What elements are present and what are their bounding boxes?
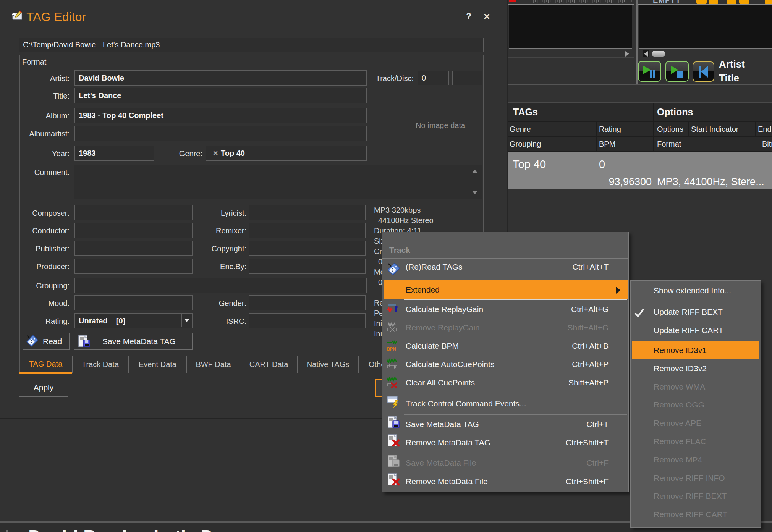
svg-text:BPM: BPM	[387, 346, 396, 352]
